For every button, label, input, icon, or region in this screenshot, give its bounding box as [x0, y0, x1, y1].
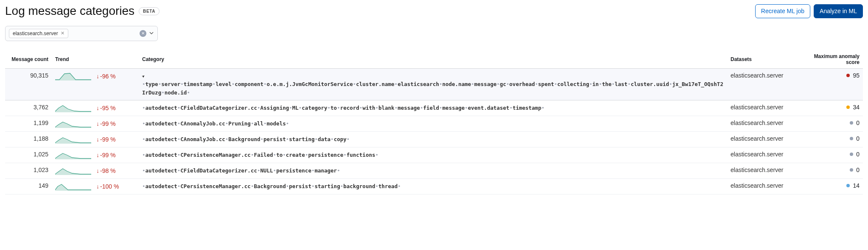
arrow-down-icon: ↓ [96, 183, 99, 190]
filter-bar[interactable]: elasticsearch.server ✕ ✕ [5, 26, 158, 41]
trend-value: ↓-99 % [96, 152, 116, 158]
sparkline-icon [55, 72, 91, 81]
table-row[interactable]: 90,315↓-96 %➤•type•server•timestamp•leve… [5, 68, 863, 100]
dataset-value: elasticsearch.server [731, 135, 784, 142]
dataset-value: elasticsearch.server [731, 119, 784, 126]
anomaly-severity-icon [850, 168, 853, 172]
anomaly-severity-icon [850, 121, 853, 125]
category-pattern: ➤•type•server•timestamp•level•component•… [142, 72, 724, 97]
message-count-value: 90,315 [30, 72, 48, 79]
anomaly-severity-icon [850, 153, 853, 156]
col-trend[interactable]: Trend [52, 50, 139, 69]
anomaly-severity-icon [846, 184, 850, 187]
table-row[interactable]: 149↓-100 %•autodetect•CPersistenceManage… [5, 179, 863, 194]
cursor-icon: ➤ [140, 72, 147, 80]
anomaly-score-value: 0 [856, 167, 860, 173]
trend-value: ↓-99 % [96, 136, 116, 143]
trend-value: ↓-100 % [96, 183, 119, 190]
message-count-value: 1,199 [34, 119, 48, 126]
sparkline-icon [55, 119, 91, 128]
close-icon[interactable]: ✕ [61, 31, 64, 36]
sparkline-icon [55, 135, 91, 144]
trend-value: ↓-99 % [96, 120, 116, 127]
table-row[interactable]: 1,023↓-98 %•autodetect•CFieldDataCategor… [5, 163, 863, 179]
dataset-value: elasticsearch.server [731, 72, 784, 79]
recreate-ml-job-button[interactable]: Recreate ML job [755, 4, 810, 18]
trend-value: ↓-96 % [96, 73, 116, 80]
sparkline-icon [55, 151, 91, 159]
analyze-in-ml-button[interactable]: Analyze in ML [814, 4, 863, 18]
arrow-down-icon: ↓ [96, 136, 99, 143]
message-count-value: 1,025 [34, 151, 48, 158]
anomaly-score-value: 34 [853, 104, 860, 111]
message-count-value: 149 [39, 182, 48, 189]
page-title: Log message categories [5, 4, 134, 18]
col-datasets[interactable]: Datasets [727, 50, 799, 69]
category-pattern: •autodetect•CAnomalyJob.cc•Background•pe… [142, 135, 724, 143]
message-count-value: 1,188 [34, 135, 48, 142]
col-category[interactable]: Category [139, 50, 727, 69]
trend-value: ↓-95 % [96, 105, 116, 111]
dataset-value: elasticsearch.server [731, 104, 784, 111]
chevron-down-icon[interactable] [149, 30, 154, 37]
table-row[interactable]: 1,025↓-99 %•autodetect•CPersistenceManag… [5, 147, 863, 163]
clear-filter-icon[interactable]: ✕ [140, 30, 146, 37]
category-pattern: •autodetect•CPersistenceManager.cc•Faile… [142, 151, 724, 159]
anomaly-severity-icon [846, 74, 850, 77]
category-pattern: •autodetect•CFieldDataCategorizer.cc•Ass… [142, 104, 724, 112]
filter-chip[interactable]: elasticsearch.server ✕ [9, 29, 68, 38]
anomaly-score-value: 95 [853, 72, 860, 79]
category-pattern: •autodetect•CAnomalyJob.cc•Pruning•all•m… [142, 119, 724, 128]
anomaly-score-value: 14 [853, 182, 860, 189]
anomaly-score-value: 0 [856, 151, 860, 158]
sparkline-icon [55, 182, 91, 191]
category-pattern: •autodetect•CPersistenceManager.cc•Backg… [142, 182, 724, 190]
message-count-value: 1,023 [34, 167, 48, 173]
arrow-down-icon: ↓ [96, 167, 99, 174]
table-row[interactable]: 1,188↓-99 %•autodetect•CAnomalyJob.cc•Ba… [5, 132, 863, 147]
categories-table: Message count Trend Category Datasets Ma… [5, 50, 863, 194]
arrow-down-icon: ↓ [96, 152, 99, 158]
category-pattern: •autodetect•CFieldDataCategorizer.cc•NUL… [142, 167, 724, 175]
beta-badge: BETA [139, 7, 160, 15]
anomaly-score-value: 0 [856, 135, 860, 142]
message-count-value: 3,762 [34, 104, 48, 111]
sparkline-icon [55, 167, 91, 175]
col-message-count[interactable]: Message count [5, 50, 52, 69]
anomaly-score-value: 0 [856, 119, 860, 126]
anomaly-severity-icon [846, 106, 850, 109]
arrow-down-icon: ↓ [96, 105, 99, 111]
col-anomaly[interactable]: Maximum anomaly score [799, 50, 863, 69]
arrow-down-icon: ↓ [96, 120, 99, 127]
dataset-value: elasticsearch.server [731, 151, 784, 158]
sparkline-icon [55, 104, 91, 112]
arrow-down-icon: ↓ [96, 73, 99, 80]
anomaly-severity-icon [850, 137, 853, 140]
trend-value: ↓-98 % [96, 167, 116, 174]
table-row[interactable]: 3,762↓-95 %•autodetect•CFieldDataCategor… [5, 100, 863, 116]
dataset-value: elasticsearch.server [731, 182, 784, 189]
dataset-value: elasticsearch.server [731, 167, 784, 173]
filter-chip-label: elasticsearch.server [13, 31, 58, 36]
table-row[interactable]: 1,199↓-99 %•autodetect•CAnomalyJob.cc•Pr… [5, 116, 863, 132]
